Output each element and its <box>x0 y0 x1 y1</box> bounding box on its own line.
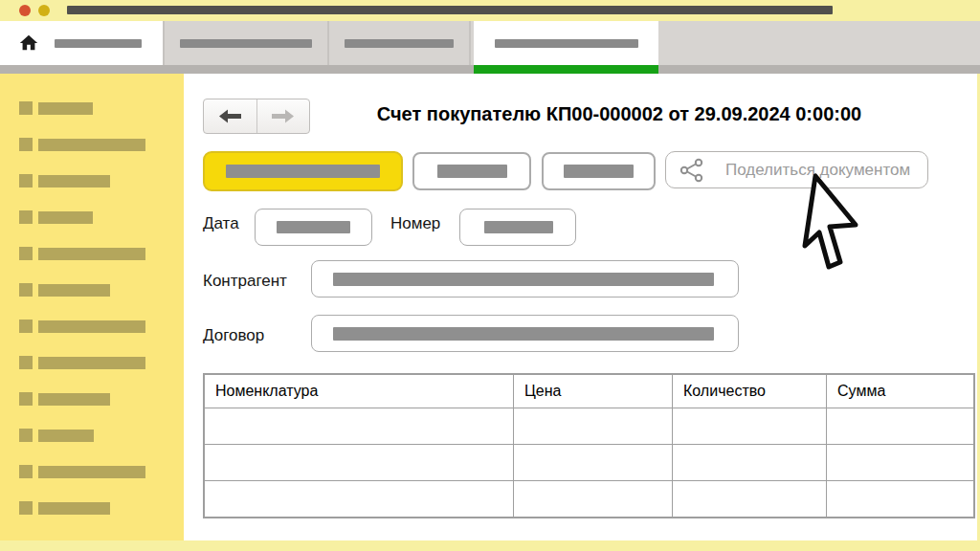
sidebar-item[interactable] <box>0 210 184 224</box>
tab-home[interactable] <box>0 21 163 65</box>
sidebar-item[interactable] <box>0 247 184 260</box>
table-header-row: НоменклатураЦенаКоличествоСумма <box>204 374 974 408</box>
sidebar-item[interactable] <box>0 465 184 478</box>
table-row <box>204 481 974 518</box>
tab-invoice-active[interactable] <box>474 21 658 65</box>
home-icon <box>18 33 39 54</box>
items-table: НоменклатураЦенаКоличествоСумма <box>203 373 975 518</box>
contract-label: Договор <box>203 326 264 345</box>
window-top-bar <box>0 0 980 21</box>
sidebar-item[interactable] <box>0 101 184 115</box>
bullet-icon <box>19 138 33 151</box>
page-title: Счет покупателю КП00-000002 от 29.09.202… <box>308 103 930 125</box>
bullet-icon <box>19 283 33 297</box>
menu-label-placeholder <box>38 393 110 406</box>
primary-action-button[interactable] <box>203 151 403 191</box>
menu-label-placeholder <box>38 139 145 151</box>
table-cell[interactable] <box>673 481 827 518</box>
menu-label-placeholder <box>38 248 145 260</box>
back-button[interactable] <box>204 99 257 133</box>
table-cell[interactable] <box>827 408 975 445</box>
app-window: Счет покупателю КП00-000002 от 29.09.202… <box>0 0 980 551</box>
sidebar-item[interactable] <box>0 501 184 515</box>
table-cell[interactable] <box>673 445 827 481</box>
tab-underline-strip <box>0 65 980 74</box>
bullet-icon <box>19 210 33 224</box>
field-value-placeholder <box>333 327 714 341</box>
table-cell[interactable] <box>204 445 514 481</box>
sidebar-item[interactable] <box>0 138 184 151</box>
secondary-button-2[interactable] <box>542 152 656 190</box>
sidebar <box>0 74 184 540</box>
table-cell[interactable] <box>204 481 514 518</box>
tab-label-placeholder <box>345 39 454 48</box>
table-cell[interactable] <box>514 408 673 445</box>
button-label-placeholder <box>226 165 380 178</box>
contract-field[interactable] <box>311 315 739 352</box>
document-panel: Счет покупателю КП00-000002 от 29.09.202… <box>184 74 977 540</box>
secondary-button-1[interactable] <box>412 152 531 190</box>
button-label-placeholder <box>437 165 507 178</box>
menu-label-placeholder <box>38 466 145 478</box>
share-icon <box>679 157 704 184</box>
tab-bar <box>0 21 980 65</box>
column-header[interactable]: Сумма <box>827 374 975 408</box>
sidebar-item[interactable] <box>0 356 184 369</box>
table-cell[interactable] <box>827 481 975 518</box>
forward-button[interactable] <box>257 99 310 133</box>
active-tab-indicator <box>474 65 658 74</box>
menu-label-placeholder <box>38 175 110 187</box>
window-title-placeholder <box>67 6 833 14</box>
field-value-placeholder <box>484 221 553 233</box>
menu-label-placeholder <box>38 430 94 442</box>
menu-label-placeholder <box>38 284 110 297</box>
items-table-head: НоменклатураЦенаКоличествоСумма <box>204 374 974 408</box>
sidebar-item[interactable] <box>0 392 184 406</box>
history-nav <box>203 99 310 134</box>
share-document-button[interactable]: Поделиться документом <box>665 151 928 188</box>
column-header[interactable]: Цена <box>514 374 673 408</box>
sidebar-item[interactable] <box>0 429 184 442</box>
bullet-icon <box>19 429 33 442</box>
bullet-icon <box>19 392 33 406</box>
window-dot-red-icon[interactable] <box>19 5 31 16</box>
table-cell[interactable] <box>204 408 514 445</box>
table-cell[interactable] <box>514 445 673 481</box>
field-value-placeholder <box>333 273 714 286</box>
menu-label-placeholder <box>38 211 93 224</box>
menu-label-placeholder <box>38 502 110 515</box>
bullet-icon <box>19 101 33 115</box>
tab-label-placeholder <box>495 39 638 48</box>
window-dot-gold-icon[interactable] <box>38 5 50 16</box>
button-label-placeholder <box>564 165 634 178</box>
number-label: Номер <box>390 214 440 233</box>
items-table-body <box>204 408 974 518</box>
tab-label-placeholder <box>55 39 142 48</box>
arrow-left-icon <box>216 108 243 124</box>
sidebar-item[interactable] <box>0 283 184 297</box>
bullet-icon <box>19 501 33 515</box>
date-field[interactable] <box>255 209 372 246</box>
tab-label-placeholder <box>180 39 312 48</box>
sidebar-item[interactable] <box>0 320 184 333</box>
field-value-placeholder <box>277 221 350 233</box>
tab-2[interactable] <box>165 21 327 65</box>
table-cell[interactable] <box>673 408 827 445</box>
menu-label-placeholder <box>38 320 145 333</box>
sidebar-item[interactable] <box>0 174 184 187</box>
menu-label-placeholder <box>38 357 145 369</box>
column-header[interactable]: Номенклатура <box>204 374 514 408</box>
bullet-icon <box>19 174 33 187</box>
counterparty-field[interactable] <box>311 260 739 298</box>
table-cell[interactable] <box>514 481 673 518</box>
bullet-icon <box>19 356 33 369</box>
tab-separator <box>469 21 471 65</box>
column-header[interactable]: Количество <box>673 374 827 408</box>
bullet-icon <box>19 465 33 478</box>
date-label: Дата <box>203 214 239 233</box>
bullet-icon <box>19 247 33 260</box>
menu-label-placeholder <box>38 102 93 115</box>
tab-3[interactable] <box>329 21 469 65</box>
table-cell[interactable] <box>827 445 975 481</box>
number-field[interactable] <box>459 209 576 246</box>
